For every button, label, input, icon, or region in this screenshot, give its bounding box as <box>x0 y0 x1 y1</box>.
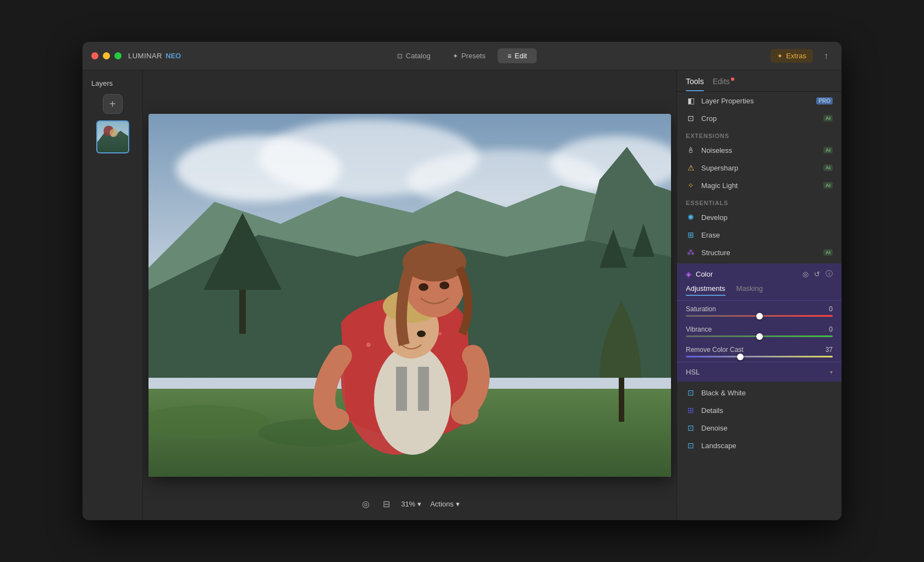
remove-color-cast-slider-row: Remove Color Cast 37 <box>677 341 842 362</box>
crop-item[interactable]: ⊡ Crop AI <box>677 109 842 127</box>
structure-badge: AI <box>823 249 833 256</box>
layer-properties-item[interactable]: ◧ Layer Properties PRO <box>677 92 842 109</box>
svg-point-26 <box>374 345 451 455</box>
extras-label: Extras <box>786 52 806 60</box>
presets-icon: ✦ <box>453 52 458 60</box>
color-info-icon[interactable]: ⓘ <box>826 269 833 279</box>
saturation-slider-row: Saturation 0 <box>677 301 842 321</box>
svg-point-37 <box>419 283 428 291</box>
bottom-controls: ◎ ⊟ 31% ▾ Actions ▾ <box>360 497 460 511</box>
close-button[interactable] <box>91 52 98 59</box>
compare-button[interactable]: ⊟ <box>381 497 392 511</box>
structure-item[interactable]: ⁂ Structure AI <box>677 244 842 261</box>
masking-label: Masking <box>736 284 763 293</box>
main-content: Layers + <box>82 70 842 520</box>
actions-button[interactable]: Actions ▾ <box>430 500 460 508</box>
extras-icon: ✦ <box>777 52 783 60</box>
crop-badge: AI <box>823 115 833 122</box>
black-white-item[interactable]: ⊡ Black & White <box>677 384 842 401</box>
color-label: Color <box>696 270 713 278</box>
erase-item[interactable]: ⊞ Erase <box>677 226 842 244</box>
extensions-header: Extensions <box>677 127 842 141</box>
noiseless-icon: 🕯 <box>686 146 696 155</box>
catalog-icon: ⊡ <box>397 52 403 60</box>
edits-tab[interactable]: Edits <box>713 77 734 91</box>
supersharp-item[interactable]: ⚠ Supersharp AI <box>677 159 842 177</box>
magic-light-badge: AI <box>823 182 833 189</box>
saturation-thumb[interactable] <box>756 313 763 319</box>
color-eye-icon[interactable]: ◎ <box>802 270 809 278</box>
adjustments-tab[interactable]: Adjustments <box>686 284 725 296</box>
layer-thumb-preview <box>97 122 128 152</box>
saturation-track[interactable] <box>686 315 833 317</box>
structure-icon: ⁂ <box>686 248 696 257</box>
masking-tab[interactable]: Masking <box>736 284 763 296</box>
tools-tab[interactable]: Tools <box>686 77 704 91</box>
nav-tabs: ⊡ Catalog ✦ Presets ≡ Edit <box>387 48 537 63</box>
color-reset-icon[interactable]: ↺ <box>814 270 820 278</box>
noiseless-badge: AI <box>823 147 833 153</box>
presets-tab[interactable]: ✦ Presets <box>443 48 496 63</box>
details-icon: ⊞ <box>686 406 696 415</box>
catalog-label: Catalog <box>406 52 431 60</box>
compare-icon: ⊟ <box>383 499 390 509</box>
share-icon: ↑ <box>824 51 828 60</box>
hsl-chevron-icon: ▾ <box>830 369 833 375</box>
zoom-control[interactable]: 31% ▾ <box>401 500 421 508</box>
edits-tab-label: Edits <box>713 77 730 86</box>
maximize-button[interactable] <box>114 52 122 59</box>
supersharp-badge: AI <box>823 164 833 171</box>
vibrance-track[interactable] <box>686 335 833 337</box>
noiseless-item[interactable]: 🕯 Noiseless AI <box>677 141 842 159</box>
denoise-item[interactable]: ⊡ Denoise <box>677 419 842 437</box>
details-item[interactable]: ⊞ Details <box>677 401 842 419</box>
app-logo: LUMINAR NEO <box>128 52 181 60</box>
color-section-toggle[interactable]: ◈ Color ◎ ↺ ⓘ <box>677 263 842 284</box>
edit-tab[interactable]: ≡ Edit <box>498 48 537 63</box>
color-tabs: Adjustments Masking <box>677 284 842 301</box>
magic-light-item[interactable]: ✧ Magic Light AI <box>677 177 842 194</box>
vibrance-slider-row: Vibrance 0 <box>677 321 842 341</box>
remove-color-cast-track[interactable] <box>686 356 833 357</box>
layer-thumbnail[interactable] <box>96 120 129 153</box>
details-label: Details <box>701 406 833 415</box>
traffic-lights <box>91 52 122 59</box>
minimize-button[interactable] <box>103 52 110 59</box>
noiseless-label: Noiseless <box>701 146 818 155</box>
share-button[interactable]: ↑ <box>820 49 833 63</box>
erase-label: Erase <box>701 231 833 239</box>
visibility-toggle[interactable]: ◎ <box>360 497 372 511</box>
app-window: LUMINAR NEO ⊡ Catalog ✦ Presets ≡ Edit ✦… <box>82 42 842 520</box>
svg-point-25 <box>438 332 442 335</box>
vibrance-thumb[interactable] <box>756 333 763 340</box>
magic-light-icon: ✧ <box>686 181 696 190</box>
extras-button[interactable]: ✦ Extras <box>771 49 813 63</box>
denoise-label: Denoise <box>701 424 833 432</box>
canvas-area: ◎ ⊟ 31% ▾ Actions ▾ <box>143 70 676 520</box>
color-icon: ◈ <box>686 270 691 278</box>
landscape-label: Landscape <box>701 442 833 450</box>
color-section: ◈ Color ◎ ↺ ⓘ Adjustments Masking <box>677 263 842 382</box>
right-panel: Tools Edits ◧ Layer Properties PRO ⊡ Cro… <box>676 70 842 520</box>
crop-icon: ⊡ <box>686 114 696 123</box>
remove-color-cast-label: Remove Color Cast <box>686 346 744 354</box>
edit-icon: ≡ <box>508 52 512 60</box>
crop-label: Crop <box>701 114 818 123</box>
add-layer-button[interactable]: + <box>103 94 123 114</box>
svg-rect-28 <box>418 367 429 411</box>
svg-rect-27 <box>396 367 407 411</box>
edits-dot <box>731 78 734 81</box>
panel-tabs: Tools Edits <box>677 70 842 92</box>
essentials-header: Essentials <box>677 194 842 208</box>
landscape-item[interactable]: ⊡ Landscape <box>677 437 842 454</box>
catalog-tab[interactable]: ⊡ Catalog <box>387 48 441 63</box>
svg-point-3 <box>109 129 118 137</box>
develop-item[interactable]: ✺ Develop <box>677 208 842 226</box>
erase-icon: ⊞ <box>686 230 696 239</box>
hsl-row[interactable]: HSL ▾ <box>677 362 842 382</box>
title-bar-actions: ✦ Extras ↑ <box>771 49 833 63</box>
supersharp-icon: ⚠ <box>686 163 696 172</box>
remove-color-cast-thumb[interactable] <box>737 354 744 360</box>
photo-container <box>148 114 671 477</box>
svg-point-30 <box>451 403 479 425</box>
